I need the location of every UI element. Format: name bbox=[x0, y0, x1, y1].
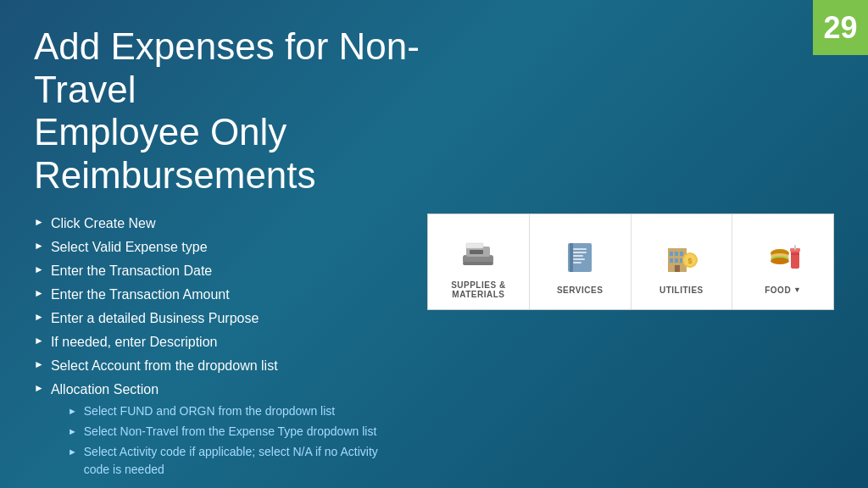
sub-arrow-icon: ► bbox=[68, 445, 77, 459]
svg-rect-13 bbox=[670, 252, 673, 256]
arrow-icon: ► bbox=[34, 262, 44, 277]
svg-rect-27 bbox=[791, 250, 799, 269]
bullet-add-attachments: ► Add Attachments (see slides #16-17) bbox=[34, 485, 402, 488]
svg-rect-3 bbox=[463, 262, 493, 265]
expense-item-supplies[interactable]: SUPPLIES &MATERIALS bbox=[428, 214, 530, 309]
slide-number-text: 29 bbox=[823, 10, 857, 46]
arrow-icon: ► bbox=[34, 286, 44, 301]
svg-rect-17 bbox=[675, 258, 678, 263]
arrow-icon: ► bbox=[34, 380, 44, 396]
svg-rect-10 bbox=[573, 258, 585, 260]
sub-bullet-non-travel: ► Select Non-Travel from the Expense Typ… bbox=[68, 423, 402, 441]
food-label: FOOD bbox=[765, 286, 791, 295]
title-line2: Employee Only Reimbursements bbox=[34, 111, 316, 196]
bullet-transaction-date: ► Enter the Transaction Date bbox=[34, 261, 402, 281]
food-icon bbox=[761, 235, 805, 279]
arrow-icon: ► bbox=[34, 214, 44, 230]
svg-rect-11 bbox=[573, 262, 581, 263]
utilities-icon: $ bbox=[659, 235, 704, 279]
svg-rect-8 bbox=[573, 252, 587, 253]
bullet-transaction-amount: ► Enter the Transaction Amount bbox=[34, 285, 402, 305]
expense-item-utilities[interactable]: $ UTILITIES bbox=[632, 214, 733, 309]
sub-arrow-icon: ► bbox=[68, 404, 77, 419]
expense-type-panel: SUPPLIES &MATERIALS SERVIC bbox=[427, 214, 834, 310]
svg-rect-19 bbox=[675, 265, 680, 272]
svg-text:$: $ bbox=[687, 257, 692, 265]
sub-list-allocation: ► Select FUND and ORGN from the dropdown… bbox=[68, 402, 402, 481]
supplies-icon bbox=[456, 230, 500, 274]
arrow-icon: ► bbox=[34, 309, 44, 324]
expense-item-services[interactable]: SERVICES bbox=[530, 214, 632, 309]
food-dropdown-arrow: ▼ bbox=[793, 286, 801, 294]
content-area: ► Click Create New ► Select Valid Expens… bbox=[34, 214, 834, 488]
utilities-label: UTILITIES bbox=[659, 286, 704, 295]
arrow-icon: ► bbox=[34, 357, 44, 372]
expense-item-food[interactable]: FOOD ▼ bbox=[732, 214, 833, 309]
svg-rect-14 bbox=[675, 252, 678, 256]
arrow-icon: ► bbox=[34, 333, 44, 348]
sub-arrow-icon: ► bbox=[68, 424, 77, 439]
bullet-account-dropdown: ► Select Account from the dropdown list bbox=[34, 356, 402, 376]
bullet-select-expense-type: ► Select Valid Expense type bbox=[34, 237, 402, 258]
bullet-allocation-section: ► Allocation Section ► Select FUND and O… bbox=[34, 380, 402, 481]
bullet-list: ► Click Create New ► Select Valid Expens… bbox=[34, 214, 402, 488]
slide-title: Add Expenses for Non-Travel Employee Onl… bbox=[34, 25, 475, 197]
svg-rect-2 bbox=[470, 250, 483, 254]
bullet-click-create-new: ► Click Create New bbox=[34, 214, 402, 234]
bullet-description: ► If needed, enter Description bbox=[34, 332, 402, 352]
svg-point-26 bbox=[771, 258, 789, 264]
sub-bullet-activity-code: ► Select Activity code if applicable; se… bbox=[68, 443, 402, 479]
svg-rect-29 bbox=[794, 245, 796, 250]
supplies-label: SUPPLIES &MATERIALS bbox=[451, 280, 505, 299]
arrow-icon: ► bbox=[34, 238, 44, 253]
slide-container: 29 Add Expenses for Non-Travel Employee … bbox=[0, 0, 868, 488]
slide-number-badge: 29 bbox=[813, 0, 868, 55]
svg-rect-16 bbox=[670, 258, 673, 263]
services-icon bbox=[558, 235, 602, 279]
services-label: SERVICES bbox=[557, 286, 603, 295]
svg-rect-6 bbox=[570, 243, 573, 272]
bullet-business-purpose: ► Enter a detailed Business Purpose bbox=[34, 308, 402, 329]
svg-rect-9 bbox=[573, 255, 583, 257]
sub-bullet-fund-orgn: ► Select FUND and ORGN from the dropdown… bbox=[68, 402, 402, 420]
svg-rect-7 bbox=[573, 248, 587, 250]
title-line1: Add Expenses for Non-Travel bbox=[34, 25, 420, 110]
svg-rect-30 bbox=[791, 253, 799, 255]
svg-rect-4 bbox=[466, 243, 483, 248]
svg-rect-15 bbox=[680, 252, 683, 256]
